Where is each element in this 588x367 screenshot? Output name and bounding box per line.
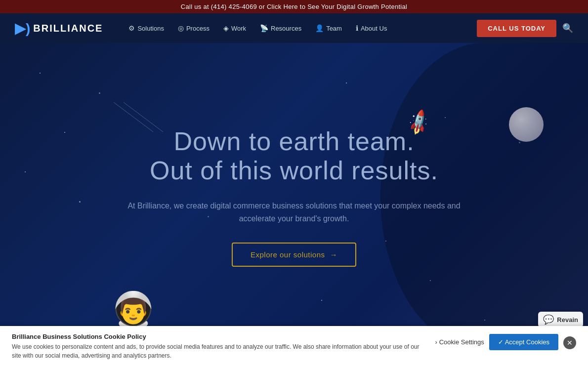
- call-us-today-button[interactable]: CALL US TODAY: [477, 20, 556, 37]
- nav-resources[interactable]: 📡 Resources: [254, 20, 307, 36]
- nav-team-label: Team: [326, 25, 342, 32]
- nav-process[interactable]: ◎ Process: [172, 20, 215, 36]
- logo-text: BRILLIANCE: [33, 23, 103, 34]
- nav-work[interactable]: ◈ Work: [217, 20, 252, 36]
- revain-label: Revain: [557, 316, 578, 324]
- nav-about-label: About Us: [361, 25, 387, 32]
- site-header: ▶) BRILLIANCE ⚙ Solutions ◎ Process ◈ Wo…: [0, 13, 588, 43]
- moon-decoration: [509, 107, 544, 142]
- cookie-close-button[interactable]: ✕: [563, 336, 576, 349]
- hero-title-line2: Out of this world results.: [150, 156, 438, 185]
- solutions-icon: ⚙: [128, 24, 135, 32]
- revain-widget[interactable]: 💬 Revain: [538, 312, 583, 327]
- accept-cookies-button[interactable]: ✓ Accept Cookies: [489, 334, 558, 350]
- nav-work-label: Work: [231, 25, 246, 32]
- top-bar-text[interactable]: Call us at (414) 425-4069 or Click Here …: [181, 3, 408, 10]
- resources-icon: 📡: [260, 24, 268, 32]
- cookie-actions: › Cookie Settings ✓ Accept Cookies ✕: [435, 334, 576, 350]
- team-icon: 👤: [315, 24, 324, 32]
- explore-solutions-button[interactable]: Explore our solutions →: [232, 243, 356, 267]
- explore-btn-label: Explore our solutions: [251, 250, 325, 259]
- cookie-settings-chevron: ›: [435, 338, 437, 346]
- main-nav: ⚙ Solutions ◎ Process ◈ Work 📡 Resources…: [123, 20, 469, 36]
- cookie-settings-button[interactable]: › Cookie Settings: [435, 338, 484, 346]
- hero-title-line1: Down to earth team.: [173, 127, 414, 156]
- logo-icon: ▶): [15, 20, 30, 37]
- nav-resources-label: Resources: [271, 25, 301, 32]
- explore-btn-arrow: →: [330, 250, 338, 259]
- cookie-settings-label: Cookie Settings: [439, 338, 484, 346]
- hero-title: Down to earth team. Out of this world re…: [121, 127, 467, 186]
- logo[interactable]: ▶) BRILLIANCE: [15, 20, 103, 37]
- cookie-title: Brilliance Business Solutions Cookie Pol…: [12, 333, 427, 340]
- revain-icon: 💬: [543, 314, 554, 325]
- nav-process-label: Process: [186, 25, 210, 32]
- nav-solutions-label: Solutions: [137, 25, 164, 32]
- process-icon: ◎: [178, 24, 184, 32]
- nav-solutions[interactable]: ⚙ Solutions: [123, 20, 169, 36]
- top-bar: Call us at (414) 425-4069 or Click Here …: [0, 0, 588, 13]
- work-icon: ◈: [223, 24, 229, 32]
- cookie-text-block: Brilliance Business Solutions Cookie Pol…: [12, 333, 427, 360]
- hero-content: Down to earth team. Out of this world re…: [101, 127, 487, 267]
- cookie-body: We use cookies to personalize content an…: [12, 342, 427, 360]
- about-icon: ℹ: [356, 24, 358, 32]
- cookie-banner: Brilliance Business Solutions Cookie Pol…: [0, 326, 588, 367]
- hero-subtitle: At Brilliance, we create digital commerc…: [121, 200, 467, 225]
- hero-section: 🚀 Down to earth team. Out of this world …: [0, 43, 588, 351]
- nav-about[interactable]: ℹ About Us: [350, 20, 393, 36]
- search-icon[interactable]: 🔍: [562, 23, 573, 34]
- nav-team[interactable]: 👤 Team: [309, 20, 348, 36]
